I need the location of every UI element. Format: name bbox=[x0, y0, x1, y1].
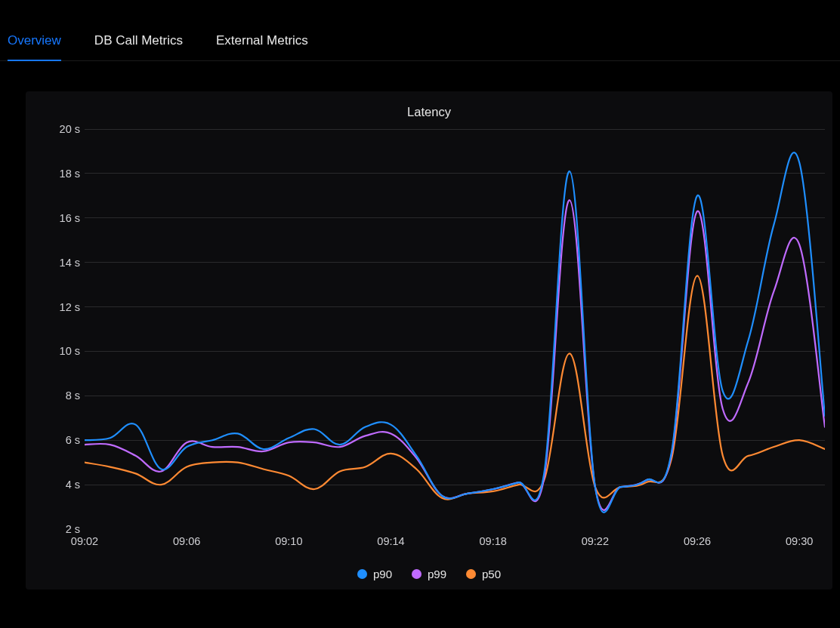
x-tick-label: 09:22 bbox=[582, 529, 609, 547]
y-tick-label: 4 s bbox=[66, 479, 85, 491]
chart-plot[interactable]: 2 s4 s6 s8 s10 s12 s14 s16 s18 s20 s 09:… bbox=[85, 129, 825, 529]
tab-overview[interactable]: Overview bbox=[8, 33, 61, 60]
chart-legend: p90 p99 p50 bbox=[26, 568, 832, 580]
x-tick-label: 09:18 bbox=[480, 529, 507, 547]
x-tick-label: 09:02 bbox=[71, 529, 98, 547]
legend-label: p50 bbox=[482, 568, 501, 580]
x-tick-label: 09:06 bbox=[173, 529, 200, 547]
x-tick-label: 09:14 bbox=[377, 529, 404, 547]
legend-item-p90[interactable]: p90 bbox=[357, 568, 392, 580]
y-tick-label: 20 s bbox=[60, 123, 85, 135]
x-tick-label: 09:10 bbox=[275, 529, 302, 547]
legend-label: p90 bbox=[373, 568, 392, 580]
legend-item-p99[interactable]: p99 bbox=[412, 568, 446, 580]
chart-panel: Latency 2 s4 s6 s8 s10 s12 s14 s16 s18 s… bbox=[26, 91, 832, 590]
tab-db-call-metrics[interactable]: DB Call Metrics bbox=[94, 33, 183, 60]
y-tick-label: 12 s bbox=[60, 301, 85, 313]
legend-swatch-p90 bbox=[357, 569, 367, 579]
legend-item-p50[interactable]: p50 bbox=[466, 568, 501, 580]
y-tick-label: 6 s bbox=[66, 434, 85, 446]
y-tick-label: 10 s bbox=[60, 345, 85, 357]
legend-swatch-p99 bbox=[412, 569, 422, 579]
tabs: Overview DB Call Metrics External Metric… bbox=[0, 0, 840, 61]
series-p50 bbox=[85, 276, 825, 499]
y-tick-label: 18 s bbox=[60, 168, 85, 180]
x-tick-label: 09:30 bbox=[786, 529, 813, 547]
legend-swatch-p50 bbox=[466, 569, 476, 579]
y-tick-label: 16 s bbox=[60, 212, 85, 224]
y-tick-label: 8 s bbox=[66, 389, 85, 402]
y-tick-label: 14 s bbox=[60, 257, 85, 269]
x-tick-label: 09:26 bbox=[684, 529, 711, 547]
tab-external-metrics[interactable]: External Metrics bbox=[216, 33, 308, 60]
chart-title: Latency bbox=[26, 91, 832, 119]
legend-label: p99 bbox=[428, 568, 446, 580]
